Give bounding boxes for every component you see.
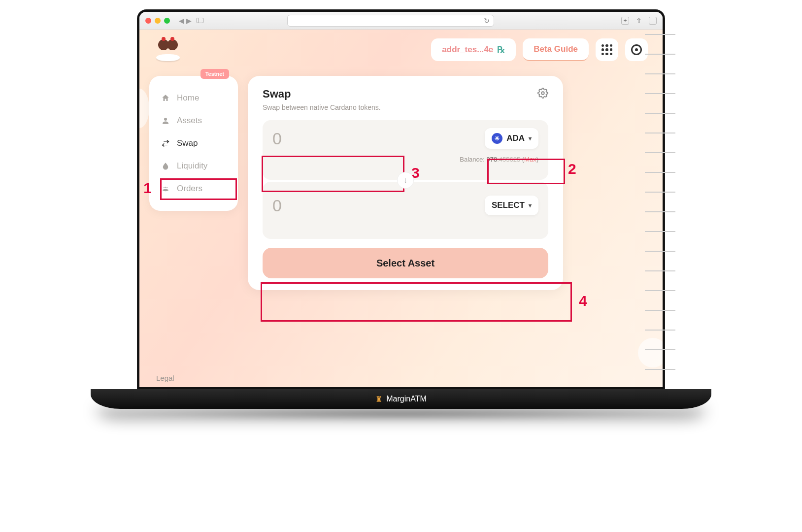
legal-link[interactable]: Legal	[156, 374, 174, 382]
swap-card: Swap Swap between native Cardano tokens.…	[248, 76, 563, 290]
ada-icon: ✳	[492, 133, 502, 144]
sidebar-item-swap[interactable]: Swap	[149, 132, 238, 155]
app-header: addr_tes...4e ℞ Beta Guide	[139, 30, 663, 61]
card-title: Swap	[263, 88, 381, 100]
laptop-mockup: ◀ ▶ ↻ + ⇧	[81, 10, 721, 421]
sidebar-item-orders[interactable]: Orders	[149, 177, 238, 200]
sidebar-item-label: Swap	[177, 138, 198, 148]
annotation-num-4: 4	[579, 293, 587, 309]
svg-point-5	[541, 92, 544, 95]
svg-point-4	[167, 187, 167, 188]
url-bar[interactable]: ↻	[287, 15, 494, 27]
nav-arrows: ◀ ▶	[179, 17, 192, 25]
minimize-window-icon[interactable]	[155, 18, 161, 24]
back-button[interactable]: ◀	[179, 17, 184, 25]
user-icon	[161, 116, 170, 125]
from-balance: Balance: 978.455625 (Max)	[272, 156, 538, 163]
from-amount-input[interactable]	[272, 129, 371, 148]
testnet-badge: Testnet	[200, 69, 229, 79]
swap-from-box: ✳ ADA ▾ Balance: 978.455625 (Max) ↓	[263, 120, 548, 180]
new-tab-button[interactable]: +	[621, 17, 629, 25]
annotation-num-2: 2	[568, 161, 576, 177]
from-token-select[interactable]: ✳ ADA ▾	[485, 128, 538, 149]
swap-icon	[161, 139, 170, 148]
svg-point-0	[164, 118, 167, 121]
swap-direction-button[interactable]: ↓	[397, 172, 414, 189]
browser-toolbar: ◀ ▶ ↻ + ⇧	[139, 12, 663, 30]
to-token-label: SELECT	[492, 200, 525, 210]
close-window-icon[interactable]	[145, 18, 151, 24]
sidebar-toggle-icon[interactable]	[197, 18, 203, 23]
sidebar-item-label: Liquidity	[177, 161, 207, 171]
app-viewport: addr_tes...4e ℞ Beta Guide Tes	[139, 30, 663, 387]
sidebar-item-liquidity[interactable]: Liquidity	[149, 155, 238, 177]
sidebar-nav: Testnet Home Assets	[149, 76, 238, 211]
brand-name: MarginATM	[386, 395, 427, 403]
maximize-window-icon[interactable]	[164, 18, 170, 24]
tabs-button[interactable]	[649, 17, 657, 25]
app-logo[interactable]	[154, 38, 182, 61]
svg-point-1	[163, 189, 168, 192]
chevron-down-icon: ▾	[529, 202, 532, 209]
annotation-num-1: 1	[143, 180, 152, 197]
from-token-label: ADA	[506, 133, 525, 143]
laptop-shadow	[91, 406, 711, 421]
max-button[interactable]: Max	[524, 156, 536, 163]
toolbar-right: + ⇧	[621, 17, 657, 25]
wallet-network-icon: ℞	[497, 44, 505, 55]
home-icon	[161, 94, 170, 102]
apps-grid-button[interactable]	[596, 38, 618, 61]
sidebar-item-label: Home	[177, 93, 199, 103]
grid-icon	[602, 44, 612, 55]
gear-icon	[631, 44, 642, 55]
refresh-icon[interactable]: ↻	[484, 17, 490, 25]
screen: ◀ ▶ ↻ + ⇧	[137, 10, 665, 389]
swap-to-box: SELECT ▾	[263, 182, 548, 239]
select-asset-button[interactable]: Select Asset	[263, 248, 548, 278]
forward-button[interactable]: ▶	[186, 17, 192, 25]
svg-point-3	[165, 187, 166, 188]
wallet-address-text: addr_tes...4e	[442, 45, 493, 55]
window-controls	[145, 18, 170, 24]
decor-bubble	[638, 338, 663, 367]
drop-icon	[161, 162, 170, 170]
settings-button[interactable]	[625, 38, 648, 61]
orders-icon	[161, 184, 170, 193]
sidebar-item-label: Orders	[177, 184, 202, 194]
sidebar-item-assets[interactable]: Assets	[149, 109, 238, 132]
to-token-select[interactable]: SELECT ▾	[485, 196, 538, 215]
sidebar-item-label: Assets	[177, 116, 202, 126]
card-subtitle: Swap between native Cardano tokens.	[263, 103, 381, 111]
swap-settings-button[interactable]	[537, 88, 548, 99]
chevron-down-icon: ▾	[529, 135, 532, 142]
share-icon[interactable]: ⇧	[636, 17, 642, 25]
to-amount-input[interactable]	[272, 196, 371, 215]
beta-guide-button[interactable]: Beta Guide	[523, 38, 589, 61]
wallet-address-button[interactable]: addr_tes...4e ℞	[431, 38, 516, 61]
sidebar-item-home[interactable]: Home	[149, 87, 238, 109]
svg-point-2	[164, 187, 165, 188]
brand-icon: ♜	[375, 395, 382, 404]
main-content: Testnet Home Assets	[139, 61, 663, 290]
